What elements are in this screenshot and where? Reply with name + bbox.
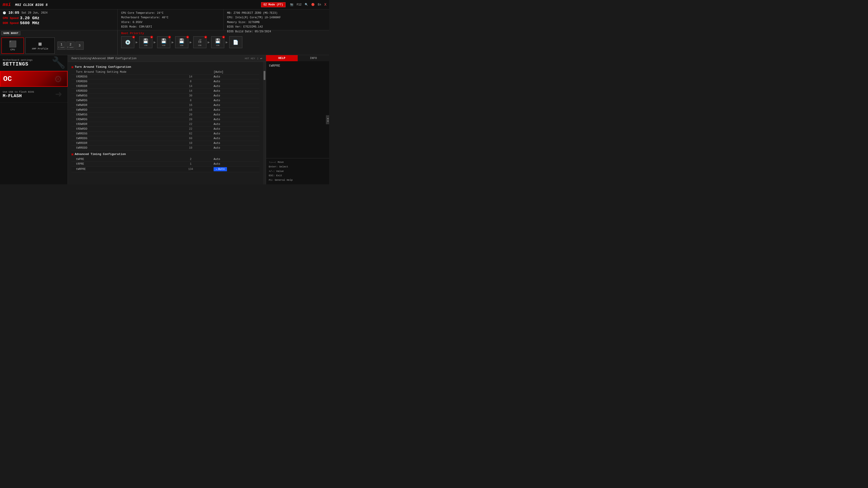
setting-name: tRDWRDG xyxy=(76,118,168,121)
setting-row[interactable]: tWPRE 2 Auto xyxy=(71,157,259,162)
setting-mode: Auto xyxy=(214,99,259,102)
help-key-item: ↑↓←→: Move xyxy=(269,160,327,165)
section-toggle-0[interactable]: ▣ xyxy=(71,65,73,69)
vcore: VCore: 0.956V xyxy=(121,20,220,25)
search-icon[interactable]: 🔍 xyxy=(305,3,308,6)
boot-item-0[interactable]: U💿 xyxy=(121,36,134,48)
setting-name: tWRRDDD xyxy=(76,147,168,150)
scroll-thumb[interactable] xyxy=(264,71,266,80)
setting-value: 8 xyxy=(168,80,214,83)
setting-name: tRDRDDG xyxy=(76,80,168,83)
setting-mode: Auto xyxy=(214,118,259,121)
setting-row[interactable]: tWRWRDG 8 Auto xyxy=(71,98,259,103)
setting-row[interactable]: tRDRDDD 14 Auto xyxy=(71,89,259,94)
bios-ver: BIOS Ver: E7E23IMS.142 xyxy=(227,25,326,29)
lang-selector[interactable]: En xyxy=(318,3,321,6)
mb-temp: Motherboard Temperature: 40°C xyxy=(121,15,220,20)
breadcrumb-bar: Overclocking\Advanced DRAM Configuration… xyxy=(68,55,266,62)
setting-name: tWRWRSG xyxy=(76,94,168,97)
help-key-item: ESC: Exit xyxy=(269,173,327,178)
boot-item-6[interactable]: 📄 xyxy=(229,36,242,48)
setting-row[interactable]: tRDWRSG 20 Auto xyxy=(71,112,259,117)
setting-value: 2 xyxy=(168,158,214,161)
setting-name: tWRRDDR xyxy=(76,142,168,145)
app-logo: msi MSI CLICK BIOS 5 xyxy=(3,2,48,7)
system-date: Sat 29 Jun, 2024 xyxy=(22,11,48,14)
boot-icon-1: 💾 xyxy=(143,38,149,44)
setting-row[interactable]: tWRRDDD 10 Auto xyxy=(71,146,259,151)
close-button[interactable]: X xyxy=(324,3,327,7)
help-panel: HELP INFO tWRPRE ◀◀ ↑↓←→: MoveEnter: Sel… xyxy=(266,55,329,184)
boot-item-4[interactable]: U🖨USB xyxy=(193,36,206,48)
scroll-indicator xyxy=(263,62,266,184)
setting-mode: Auto xyxy=(214,75,259,78)
bios-mode: BIOS Mode: CSM/UEFI xyxy=(121,25,220,29)
setting-row[interactable]: tWRWRSG 30 Auto xyxy=(71,94,259,98)
section-header-1[interactable]: ▣Advanced Timing Configuration xyxy=(71,152,259,156)
help-key-item: +/-: Value xyxy=(269,169,327,174)
setting-row[interactable]: tWRWRDD 16 Auto xyxy=(71,108,259,112)
setting-row[interactable]: tRDWRDR 22 Auto xyxy=(71,122,259,127)
setting-row[interactable]: tWRPRE 134 ✏Auto xyxy=(71,166,259,172)
setting-row[interactable]: tRDWRDD 22 Auto xyxy=(71,127,259,131)
boot-badge-0: U xyxy=(132,36,135,38)
xmp-btn1-sublabel: 1 user xyxy=(58,46,65,48)
xmp-profile-button[interactable]: ▦ XMP Profile xyxy=(25,37,55,54)
help-panel-collapse[interactable]: ◀◀ xyxy=(326,115,329,124)
setting-row[interactable]: tWRRDDR 10 Auto xyxy=(71,141,259,146)
setting-row[interactable]: tRDRDDG 8 Auto xyxy=(71,79,259,84)
sidebar-item-oc[interactable]: ⚙ OC xyxy=(0,71,68,87)
setting-name: tRDWRSG xyxy=(76,113,168,116)
boot-item-label-3: USB xyxy=(180,44,183,46)
boot-arrow: ▶ xyxy=(208,40,210,44)
xmp-btn-2[interactable]: 2 2 user xyxy=(66,41,74,50)
cpu-label: CPU xyxy=(10,48,15,51)
cpu-button[interactable]: ⬛ CPU xyxy=(1,37,24,54)
gameboost-label: GAME BOOST xyxy=(1,31,20,35)
camera-icon[interactable]: 📷 xyxy=(290,3,293,6)
xmp-btn-3[interactable]: 3 xyxy=(75,41,84,50)
sidebar-item-mflash[interactable]: ➜ Use USB to flash BIOS M-FLASH xyxy=(0,87,68,103)
info-bar: 🕐 10:05 Sat 29 Jun, 2024 CPU Speed 3.20 … xyxy=(0,9,329,30)
sidebar-item-settings[interactable]: 🔧 Motherboard settings SETTINGS xyxy=(0,55,68,71)
app-title: MSI CLICK BIOS 5 xyxy=(15,3,48,7)
setting-row[interactable]: tRDRDSG 14 Auto xyxy=(71,74,259,79)
help-content: tWRPRE xyxy=(266,61,329,158)
setting-value: 30 xyxy=(168,94,214,97)
xmp-btn-1[interactable]: 1 1 user xyxy=(57,41,66,50)
section-toggle-1[interactable]: ▣ xyxy=(71,152,73,156)
boot-priority-section: Boot Priority U💿▶U💾USB▶U💾USB▶U💾USB▶U🖨USB… xyxy=(118,30,329,55)
ez-mode-button[interactable]: EZ Mode (F7) xyxy=(261,2,285,7)
setting-row[interactable]: tRDRDDR 14 Auto xyxy=(71,84,259,89)
setting-name: tWRRDSG xyxy=(76,132,168,135)
boot-item-5[interactable]: U💾USB xyxy=(211,36,224,48)
setting-row[interactable]: Turn Around Timing Setting Mode [Auto] xyxy=(71,70,259,74)
setting-row[interactable]: tRPRE 1 Auto xyxy=(71,162,259,166)
cpu-speed-label: CPU Speed xyxy=(3,17,19,20)
cpu-icon: ⬛ xyxy=(9,40,17,48)
xmp-label: XMP Profile xyxy=(32,47,49,50)
section-header-0[interactable]: ▣Turn Around Timing Configuration xyxy=(71,65,259,69)
setting-row[interactable]: tWRWRDR 16 Auto xyxy=(71,103,259,108)
setting-value: 60 xyxy=(168,137,214,140)
gear-bg-icon: ⚙ xyxy=(49,71,67,86)
setting-value: 10 xyxy=(168,142,214,145)
setting-name: tWRPRE xyxy=(76,168,168,171)
tab-help[interactable]: HELP xyxy=(266,55,298,61)
setting-row[interactable]: tWRRDSG 82 Auto xyxy=(71,131,259,136)
setting-row[interactable]: tRDWRDG 20 Auto xyxy=(71,117,259,122)
setting-row[interactable]: tWRRDDG 60 Auto xyxy=(71,136,259,141)
xmp-icon: ▦ xyxy=(38,41,41,47)
setting-value: 16 xyxy=(168,104,214,107)
boot-item-1[interactable]: U💾USB xyxy=(139,36,152,48)
setting-name: tRDRDDR xyxy=(76,85,168,88)
boot-item-3[interactable]: U💾USB xyxy=(175,36,188,48)
back-button[interactable]: ↩ xyxy=(260,57,262,60)
setting-value: 134 xyxy=(168,168,214,171)
gameboost-content: ⬛ CPU ▦ XMP Profile 1 1 user 2 2 user 3 xyxy=(0,36,117,55)
help-text: tWRPRE xyxy=(269,64,280,68)
top-right-controls: EZ Mode (F7) 📷 F12 🔍 🔴 En X xyxy=(261,2,327,7)
tab-info[interactable]: INFO xyxy=(298,55,329,61)
boot-item-2[interactable]: U💾USB xyxy=(157,36,170,48)
cpu-info: CPU: Intel(R) Core(TM) i9-14900KF xyxy=(227,15,326,20)
